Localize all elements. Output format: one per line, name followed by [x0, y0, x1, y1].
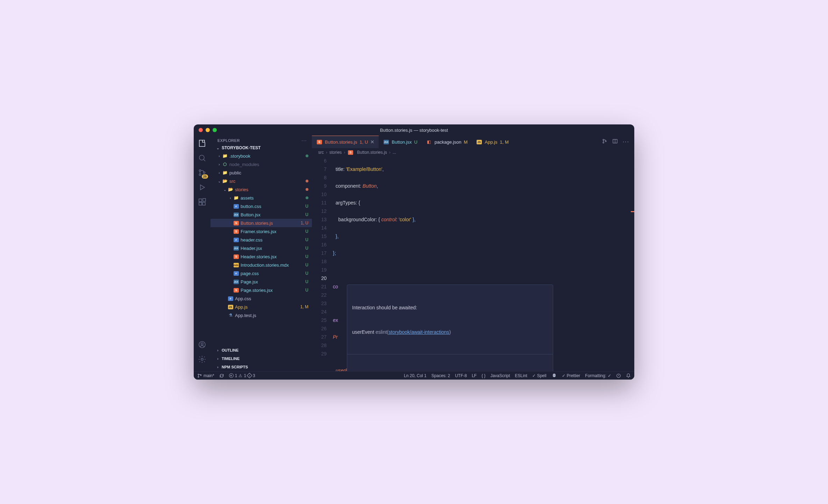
- language-mode[interactable]: JavaScript: [491, 373, 510, 378]
- svg-point-16: [198, 376, 199, 377]
- search-icon[interactable]: [197, 153, 207, 163]
- npm-scripts-panel[interactable]: ›NPM SCRIPTS: [210, 363, 312, 371]
- file-intro-mdx[interactable]: mdxIntroduction.stories.mdxU: [210, 261, 312, 269]
- prettier-status[interactable]: ✓Prettier: [562, 373, 580, 378]
- git-branch[interactable]: main*: [197, 373, 214, 378]
- outline-panel[interactable]: ›OUTLINE: [210, 346, 312, 354]
- file-header-stories[interactable]: SHeader.stories.jsxU: [210, 252, 312, 261]
- svg-point-3: [204, 172, 205, 174]
- svg-point-0: [199, 155, 204, 160]
- account-icon[interactable]: [197, 340, 207, 350]
- minimize-window[interactable]: [206, 128, 210, 132]
- project-header[interactable]: ⌄STORYBOOK-TEST: [210, 144, 312, 152]
- svg-point-9: [201, 343, 203, 345]
- file-header-css[interactable]: #header.cssU: [210, 236, 312, 244]
- hover-tooltip: Interaction should be awaited: userEvent…: [347, 285, 553, 371]
- problems-counter[interactable]: ✕1 ⚠1 3: [229, 373, 255, 378]
- activity-bar: 25: [194, 136, 210, 371]
- svg-point-2: [199, 174, 201, 176]
- timeline-panel[interactable]: ›TIMELINE: [210, 354, 312, 363]
- file-button-stories[interactable]: SButton.stories.js1, U: [210, 219, 312, 227]
- folder-node-modules[interactable]: ›⬡node_modules: [210, 160, 312, 168]
- file-page-css[interactable]: #page.cssU: [210, 269, 312, 278]
- tab-button-stories[interactable]: SButton.stories.js1, U✕: [312, 136, 379, 148]
- file-page-stories[interactable]: SPage.stories.jsxU: [210, 286, 312, 294]
- window-title: Button.stories.js — storybook-test: [380, 128, 448, 133]
- folder-assets[interactable]: ›📁assets: [210, 194, 312, 202]
- file-app-test[interactable]: ⚗App.test.js: [210, 311, 312, 319]
- file-tree: ›📁.storybook ›⬡node_modules ›📁public ⌄📂s…: [210, 152, 312, 346]
- copilot-icon[interactable]: [551, 373, 557, 379]
- debug-icon[interactable]: [197, 182, 207, 192]
- extensions-icon[interactable]: [197, 197, 207, 207]
- file-button-css[interactable]: #button.cssU: [210, 202, 312, 210]
- code-content[interactable]: title: 'Example/Button', component: Butt…: [333, 157, 634, 371]
- titlebar: Button.stories.js — storybook-test: [194, 124, 634, 136]
- eol[interactable]: LF: [472, 373, 477, 378]
- overview-ruler[interactable]: [631, 157, 634, 371]
- feedback-icon[interactable]: [616, 373, 621, 378]
- file-button-jsx[interactable]: JSXButton.jsxU: [210, 210, 312, 219]
- notifications-icon[interactable]: [626, 373, 631, 378]
- explorer-icon[interactable]: [197, 138, 207, 148]
- line-numbers: 6789101112131415161718192021222324252627…: [312, 157, 333, 371]
- explorer-more-icon[interactable]: ···: [302, 138, 307, 143]
- svg-point-12: [603, 142, 604, 143]
- maximize-window[interactable]: [213, 128, 217, 132]
- eslint-status[interactable]: ESLint: [515, 373, 527, 378]
- vscode-window: Button.stories.js — storybook-test 25 EX…: [194, 124, 634, 380]
- window-controls: [199, 128, 217, 132]
- svg-point-1: [199, 170, 201, 172]
- file-app-js[interactable]: JSApp.js1, M: [210, 303, 312, 311]
- svg-point-13: [605, 141, 606, 142]
- folder-src[interactable]: ⌄📂src: [210, 177, 312, 185]
- svg-rect-4: [199, 199, 202, 202]
- eslint-rule-link[interactable]: storybook/await-interactions: [388, 329, 449, 335]
- svg-point-11: [603, 139, 604, 140]
- status-bar: main* ✕1 ⚠1 3 Ln 20, Col 1 Spaces: 2 UTF…: [194, 371, 634, 380]
- more-icon[interactable]: ···: [623, 139, 629, 145]
- svg-rect-6: [202, 202, 205, 205]
- compare-icon[interactable]: [602, 138, 607, 145]
- folder-storybook[interactable]: ›📁.storybook: [210, 152, 312, 160]
- close-icon[interactable]: ✕: [370, 139, 374, 145]
- tab-package-json[interactable]: ◧package.jsonM: [422, 136, 472, 148]
- file-app-css[interactable]: #App.css: [210, 294, 312, 303]
- source-control-icon[interactable]: 25: [197, 168, 207, 178]
- svg-rect-5: [199, 202, 202, 205]
- svg-rect-7: [203, 199, 206, 201]
- editor-area: SButton.stories.js1, U✕ JSXButton.jsxU ◧…: [312, 136, 634, 371]
- settings-icon[interactable]: [197, 354, 207, 364]
- indentation[interactable]: Spaces: 2: [431, 373, 450, 378]
- cursor-position[interactable]: Ln 20, Col 1: [404, 373, 427, 378]
- folder-public[interactable]: ›📁public: [210, 168, 312, 177]
- explorer-heading: EXPLORER: [217, 138, 240, 143]
- tab-app-js[interactable]: JSApp.js1, M: [472, 136, 513, 148]
- split-editor-icon[interactable]: [612, 138, 618, 145]
- hover-message: Interaction should be awaited:: [347, 303, 553, 312]
- svg-point-10: [201, 358, 203, 360]
- sync-icon[interactable]: [219, 373, 224, 378]
- explorer-sidebar: EXPLORER ··· ⌄STORYBOOK-TEST ›📁.storyboo…: [210, 136, 312, 371]
- tab-button-jsx[interactable]: JSXButton.jsxU: [379, 136, 421, 148]
- folder-stories[interactable]: ⌄📂stories: [210, 185, 312, 194]
- encoding[interactable]: UTF-8: [455, 373, 467, 378]
- close-window[interactable]: [199, 128, 203, 132]
- spell-status[interactable]: ✓Spell: [532, 373, 547, 378]
- svg-point-15: [198, 374, 199, 375]
- file-framer-stories[interactable]: SFramer.stories.jsxU: [210, 227, 312, 236]
- file-page-jsx[interactable]: JSXPage.jsxU: [210, 278, 312, 286]
- bracket-icon[interactable]: { }: [481, 373, 485, 378]
- formatting-status[interactable]: Formatting:✓: [585, 373, 611, 378]
- editor-tabs: SButton.stories.js1, U✕ JSXButton.jsxU ◧…: [312, 136, 634, 148]
- code-editor[interactable]: 6789101112131415161718192021222324252627…: [312, 157, 634, 371]
- file-header-jsx[interactable]: JSXHeader.jsxU: [210, 244, 312, 252]
- breadcrumb[interactable]: src› stories› SButton.stories.js› ...: [312, 148, 634, 157]
